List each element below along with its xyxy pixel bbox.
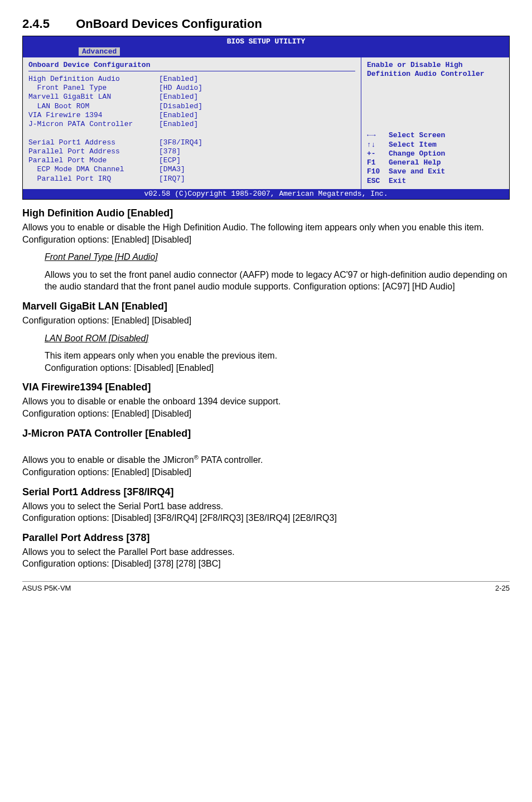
- subhead-front-panel: Front Panel Type [HD Audio]: [45, 252, 158, 262]
- registered-symbol: ®: [194, 454, 199, 461]
- page-footer: ASUS P5K-VM 2-25: [22, 581, 510, 592]
- para-front-panel: Allows you to set the front panel audio …: [45, 269, 510, 293]
- bios-key-row: ↑↓ Select Item: [367, 141, 504, 149]
- bios-key-row: F10 Save and Exit: [367, 167, 504, 176]
- bios-help-text: Enable or Disable High Definition Audio …: [367, 61, 504, 79]
- bios-key-row: ←→ Select Screen: [367, 131, 504, 140]
- footer-left: ASUS P5K-VM: [22, 584, 71, 592]
- bios-config-row[interactable]: VIA Firewire 1394 [Enabled]: [28, 111, 355, 120]
- subhead-lan-boot: LAN Boot ROM [Disabled]: [45, 334, 148, 343]
- bios-title-text: BIOS SETUP UTILITY: [227, 37, 305, 46]
- para-serial: Allows you to select the Serial Port1 ba…: [22, 500, 510, 524]
- bios-config-row: [28, 129, 355, 138]
- bios-footer: v02.58 (C)Copyright 1985-2007, American …: [23, 189, 509, 199]
- bios-help-panel: Enable or Disable High Definition Audio …: [361, 57, 509, 189]
- bios-config-row[interactable]: High Definition Audio [Enabled]: [28, 75, 355, 84]
- bios-config-row[interactable]: Parallel Port Address [378]: [28, 147, 355, 156]
- heading-serial: Serial Port1 Address [3F8/IRQ4]: [22, 486, 510, 498]
- bios-config-row[interactable]: Parallel Port IRQ [IRQ7]: [28, 175, 355, 183]
- para-lan: Configuration options: [Enabled] [Disabl…: [22, 315, 510, 327]
- bios-config-row[interactable]: LAN Boot ROM [Disabled]: [28, 102, 355, 111]
- bios-config-row[interactable]: Front Panel Type [HD Audio]: [28, 84, 355, 93]
- bios-config-row[interactable]: ECP Mode DMA Channel [DMA3]: [28, 165, 355, 174]
- bios-title-bar: BIOS SETUP UTILITY: [23, 36, 509, 47]
- bios-tab-advanced[interactable]: Advanced: [79, 47, 120, 56]
- para-jmicron-1: Allows you to enable or disable the JMic…: [22, 455, 194, 465]
- heading-lan: Marvell GigaBit LAN [Enabled]: [22, 301, 510, 312]
- bios-panel-heading: Onboard Device Configuraiton: [28, 61, 355, 71]
- heading-hda: High Definition Audio [Enabled]: [22, 207, 510, 219]
- bios-key-row: +- Change Option: [367, 149, 504, 158]
- bios-key-row: F1 General Help: [367, 158, 504, 167]
- para-lan-boot: This item appears only when you enable t…: [45, 350, 510, 374]
- bios-config-row[interactable]: Marvell GigaBit LAN [Enabled]: [28, 93, 355, 102]
- bios-config-row[interactable]: Serial Port1 Address [3F8/IRQ4]: [28, 138, 355, 147]
- para-via: Allows you to disable or enable the onbo…: [22, 395, 510, 419]
- section-heading: 2.4.5 OnBoard Devices Configuration: [22, 17, 510, 31]
- para-hda: Allows you to enable or disable the High…: [22, 221, 510, 245]
- bios-setup-window: BIOS SETUP UTILITY Advanced Onboard Devi…: [22, 36, 510, 200]
- heading-via: VIA Firewire1394 [Enabled]: [22, 381, 510, 393]
- section-title: OnBoard Devices Configuration: [76, 17, 262, 31]
- bios-left-panel: Onboard Device Configuraiton High Defini…: [23, 57, 361, 189]
- para-jmicron: Allows you to enable or disable the JMic…: [22, 442, 510, 479]
- para-parallel: Allows you to select the Parallel Port b…: [22, 546, 510, 570]
- bios-config-row[interactable]: J-Micron PATA Controller [Enabled]: [28, 120, 355, 129]
- section-number: 2.4.5: [22, 17, 72, 31]
- heading-parallel: Parallel Port Address [378]: [22, 532, 510, 544]
- bios-key-help: ←→ Select Screen↑↓ Select Item+- Change …: [367, 131, 504, 186]
- bios-key-row: ESC Exit: [367, 177, 504, 186]
- heading-jmicron: J-Micron PATA Controller [Enabled]: [22, 428, 510, 439]
- footer-right: 2-25: [495, 584, 510, 592]
- bios-config-row[interactable]: Parallel Port Mode [ECP]: [28, 156, 355, 165]
